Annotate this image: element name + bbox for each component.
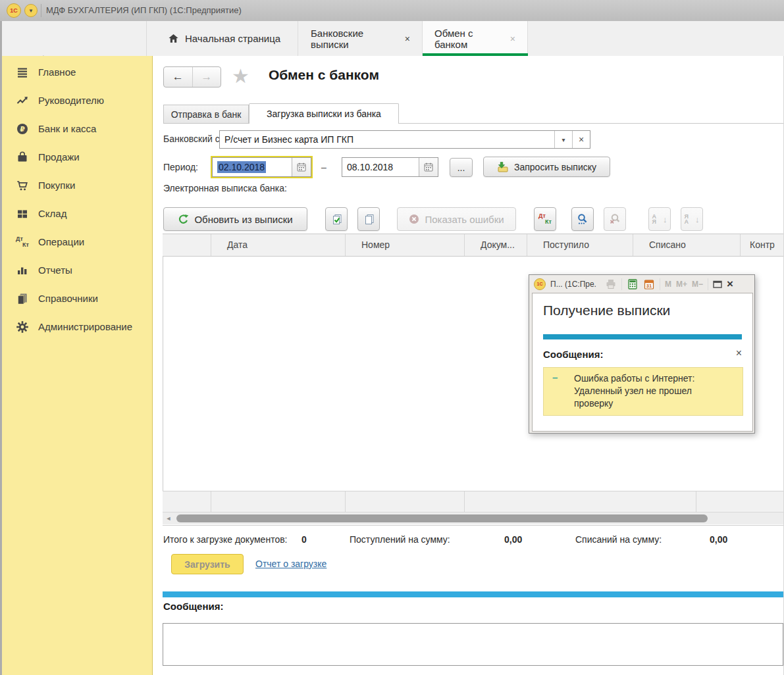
- menu-lines-icon: [16, 66, 29, 79]
- mark-all-button[interactable]: [325, 207, 348, 231]
- sidebar-item-reports[interactable]: Отчеты: [2, 256, 152, 284]
- show-errors-button[interactable]: Показать ошибки: [397, 207, 516, 231]
- period-from-value: 02.10.2018: [213, 158, 292, 176]
- load-report-link[interactable]: Отчет о загрузке: [255, 554, 327, 574]
- sidebar-item-bank-cash[interactable]: ₽ Банк и касса: [2, 114, 152, 143]
- close-icon[interactable]: ×: [736, 347, 742, 359]
- close-icon[interactable]: ×: [405, 34, 410, 43]
- pages-check-icon: [330, 213, 343, 226]
- tab-bank-statements-label: Банковские выписки: [311, 28, 399, 50]
- find-button[interactable]: [571, 207, 594, 231]
- memory-minus-button[interactable]: М−: [692, 280, 703, 289]
- gear-icon: [16, 320, 29, 334]
- memory-plus-button[interactable]: М+: [676, 280, 687, 289]
- period-label: Период:: [163, 157, 198, 177]
- totals-outcome-label: Списаний на сумму:: [575, 532, 662, 547]
- messages-label: Сообщения:: [163, 601, 223, 612]
- refresh-from-statement-button[interactable]: Обновить из выписки: [163, 207, 307, 231]
- sidebar-item-sales[interactable]: Продажи: [2, 143, 152, 171]
- message-bullet-icon: –: [552, 372, 558, 383]
- tab-load-statement[interactable]: Загрузка выписки из банка: [249, 103, 399, 124]
- sidebar-item-purchases[interactable]: Покупки: [2, 171, 152, 199]
- calendar-button[interactable]: [292, 158, 311, 176]
- calendar-button[interactable]: [419, 158, 438, 176]
- column-header-date[interactable]: Дата: [211, 234, 346, 256]
- chevron-down-icon: ▾: [562, 136, 565, 143]
- sidebar-item-label: Руководителю: [38, 95, 104, 106]
- totals-docs-value: 0: [301, 532, 307, 547]
- totals-docs-label: Итого к загрузке документов:: [163, 532, 288, 547]
- window-title: МДФ БУХГАЛТЕРИЯ (ИП ГКП) (1С:Предприятие…: [46, 0, 242, 21]
- sidebar-item-label: Операции: [38, 236, 84, 247]
- memory-button[interactable]: М: [665, 280, 671, 289]
- scroll-left-arrow[interactable]: ◄: [163, 512, 174, 524]
- close-icon[interactable]: ×: [727, 278, 733, 289]
- dialog-body: Получение выписки Сообщения: × – Ошибка …: [532, 293, 753, 432]
- messages-textarea[interactable]: [163, 623, 783, 666]
- sidebar-item-warehouse[interactable]: Склад: [2, 199, 152, 228]
- calendar-icon[interactable]: 31: [643, 278, 655, 290]
- column-header-counterparty[interactable]: Контр: [741, 234, 784, 256]
- column-header-number[interactable]: Номер: [346, 234, 465, 256]
- sidebar-item-label: Склад: [38, 208, 66, 219]
- close-icon[interactable]: ×: [510, 34, 515, 43]
- clear-button[interactable]: ×: [572, 131, 590, 148]
- dialog-messages-label: Сообщения:: [543, 349, 603, 360]
- sidebar-item-operations[interactable]: ДтКт Операции: [2, 228, 152, 256]
- tab-bank-exchange[interactable]: Обмен с банком ×: [423, 21, 528, 56]
- column-header-income[interactable]: Поступило: [527, 234, 633, 256]
- sidebar-item-label: Справочники: [38, 293, 98, 304]
- calculator-icon[interactable]: [627, 278, 639, 290]
- sidebar-item-label: Банк и касса: [38, 123, 96, 134]
- sections-sidebar: Главное Руководителю ₽ Банк и касса Прод…: [2, 56, 153, 675]
- favorite-star-icon[interactable]: ★: [232, 64, 249, 88]
- cancel-find-icon: [609, 213, 621, 225]
- print-icon[interactable]: [605, 278, 617, 290]
- period-options-button[interactable]: ...: [450, 158, 473, 177]
- period-from-field[interactable]: 02.10.2018: [212, 157, 311, 177]
- tab-send-to-bank[interactable]: Отправка в банк: [163, 105, 249, 124]
- dialog-titlebar[interactable]: 1С П... (1С:Пре. 31 М М+ М− ×: [529, 275, 754, 293]
- forward-button[interactable]: →: [192, 67, 221, 87]
- horizontal-scrollbar[interactable]: ◄: [163, 512, 784, 524]
- sidebar-item-main[interactable]: Главное: [2, 58, 152, 86]
- scrollbar-thumb[interactable]: [176, 514, 708, 522]
- sidebar-item-administration[interactable]: Администрирование: [2, 312, 152, 341]
- sort-ascending-button[interactable]: АЯ ↓: [648, 207, 671, 231]
- calendar-icon: [423, 162, 434, 172]
- bank-account-field[interactable]: Р/счет и Бизнес карта ИП ГКП ▾ ×: [219, 130, 590, 149]
- load-button[interactable]: Загрузить: [171, 554, 244, 574]
- window-titlebar: 1С ▼ МДФ БУХГАЛТЕРИЯ (ИП ГКП) (1С:Предпр…: [0, 0, 784, 22]
- sidebar-item-directories[interactable]: Справочники: [2, 284, 152, 312]
- dialog-heading: Получение выписки: [543, 303, 670, 318]
- sidebar-item-manager[interactable]: Руководителю: [2, 86, 152, 114]
- column-header-outcome[interactable]: Списано: [633, 234, 741, 256]
- tab-bank-statements[interactable]: Банковские выписки ×: [299, 21, 423, 56]
- page-title: Обмен с банком: [269, 67, 379, 83]
- cancel-find-button[interactable]: [604, 207, 626, 231]
- back-button[interactable]: ←: [164, 67, 192, 87]
- sidebar-item-label: Главное: [38, 66, 76, 78]
- show-postings-button[interactable]: ДтКт: [534, 207, 556, 231]
- app-logo-icon[interactable]: 1С: [7, 3, 21, 18]
- table-header: Дата Номер Докум... Поступило Списано Ко…: [163, 234, 784, 257]
- sidebar-item-label: Покупки: [38, 180, 75, 191]
- sort-descending-button[interactable]: ЯА ↓: [681, 207, 703, 231]
- column-header-select[interactable]: [163, 234, 211, 256]
- unmark-all-button[interactable]: [357, 207, 380, 231]
- request-statement-button[interactable]: Запросить выписку: [483, 157, 610, 177]
- totals-income-label: Поступлений на сумму:: [350, 532, 450, 547]
- main-menu-button[interactable]: ▼: [24, 4, 38, 17]
- dialog-title: П... (1С:Пре.: [550, 280, 600, 289]
- totals-income-value: 0,00: [504, 532, 522, 547]
- dropdown-button[interactable]: ▾: [554, 131, 572, 148]
- close-icon: ×: [579, 134, 584, 145]
- request-statement-icon: [497, 161, 509, 173]
- maximize-icon[interactable]: [713, 280, 722, 288]
- find-icon: [577, 213, 588, 225]
- tab-home[interactable]: Начальная страница: [156, 21, 298, 56]
- period-to-field[interactable]: 08.10.2018: [342, 157, 438, 177]
- column-header-document[interactable]: Докум...: [465, 234, 527, 256]
- dtkt-icon: ДтКт: [16, 236, 29, 249]
- pages-icon: [363, 213, 375, 226]
